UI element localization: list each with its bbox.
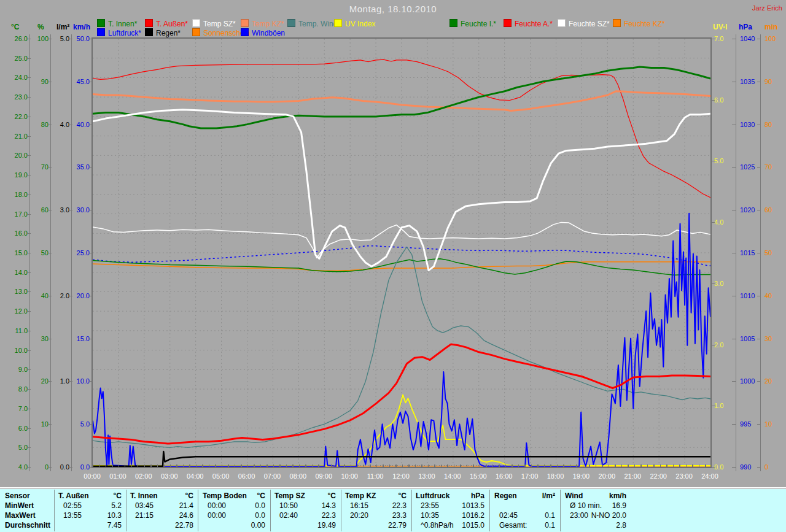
legend-swatch [145, 28, 153, 36]
legend-label: Feuchte SZ* [569, 20, 610, 28]
legend-swatch [504, 19, 512, 27]
legend-label: T. Innen* [108, 20, 137, 28]
legend-label: Feuchte A.* [515, 20, 553, 28]
tick-minutes: 0 [765, 463, 768, 471]
table-cell-value: 10.3 [58, 511, 122, 520]
legend-item-feuchtesz: Feuchte SZ* [558, 19, 610, 26]
table-column-separator [198, 490, 198, 531]
legend-label: T. Außen* [156, 20, 188, 28]
legend-swatch [192, 19, 200, 27]
legend-swatch [241, 19, 249, 27]
x-label-1300: 13:00 [413, 472, 440, 480]
x-label-2000: 20:00 [593, 472, 620, 480]
legend-item-tempsz: Temp SZ* [192, 19, 236, 26]
tick-mark-degC [27, 117, 31, 117]
sensor-summary-table: SensorMinWertMaxWertDurchschnittT. Außen… [0, 489, 786, 532]
legend-item-luftdruck: Luftdruck* [97, 28, 141, 36]
table-cell-value: 0.0 [203, 511, 265, 520]
legend-item-windben: Windböen [241, 28, 285, 36]
tick-degC: 25.0 [0, 55, 28, 62]
x-label-0500: 05:00 [208, 472, 235, 480]
table-row-label: MinWert [5, 501, 34, 510]
tick-mark-degC [27, 233, 31, 234]
table-cell-value: 5.2 [58, 501, 122, 510]
tick-mark-degC [27, 350, 31, 351]
legend-item-tempwind: Temp. Wind* [287, 19, 340, 26]
tick-minutes: 60 [765, 206, 772, 214]
tick-mark-degC [27, 58, 31, 59]
tick-degC: 23.0 [0, 93, 28, 101]
tick-minutes: 20 [765, 377, 772, 385]
tick-mark-kmh [89, 381, 93, 382]
table-col-unit: km/h [565, 492, 626, 500]
weather-app-screen: Montag, 18.10.2010 Jarz Erich SensorMinW… [0, 0, 786, 532]
tick-minutes: 70 [765, 163, 772, 171]
tick-mark-uv [711, 161, 715, 161]
table-col-unit: °C [203, 492, 265, 500]
table-cell-value: 7.45 [58, 521, 122, 530]
tick-mark-pct [48, 167, 52, 168]
tick-mark-uv [711, 345, 715, 345]
table-col-unit: °C [345, 492, 407, 500]
axis-header-min: min [765, 23, 777, 31]
legend-swatch [145, 19, 153, 27]
x-label-0700: 07:00 [259, 472, 286, 480]
tick-minutes: 50 [765, 249, 772, 256]
tick-degC: 19.0 [0, 171, 28, 179]
legend-item-tinnen: T. Innen* [97, 19, 137, 26]
tick-degC: 16.0 [0, 229, 28, 237]
axis-header-lm: l/m² [56, 23, 69, 31]
tick-pct: 50 [12, 249, 49, 256]
axis-header-: % [37, 23, 44, 31]
tick-mark-degC [27, 331, 31, 331]
axis-header-kmh: km/h [73, 23, 90, 31]
axis-spine-pct [50, 34, 51, 471]
tick-mark-kmh [89, 167, 93, 168]
legend-item-regen: Regen* [145, 28, 181, 36]
chart-plot [93, 39, 710, 467]
table-column-separator [54, 490, 55, 531]
legend-label: Regen* [156, 29, 181, 37]
x-label-2300: 23:00 [671, 472, 698, 480]
tick-mark-degC [27, 214, 31, 215]
tick-mark-uv [711, 283, 715, 284]
tick-mark-pct [48, 82, 52, 82]
tick-mark-kmh [89, 339, 93, 339]
axis-header-C: °C [11, 23, 19, 31]
x-label-2200: 22:00 [645, 472, 672, 480]
table-row-label: Sensor [5, 492, 30, 500]
legend-item-feuchtekz: Feuchte KZ* [613, 19, 665, 26]
tick-mark-uv [711, 467, 715, 468]
x-label-1800: 18:00 [542, 472, 569, 480]
table-cell-value: 1013.5 [416, 501, 484, 510]
legend-label: Temp KZ* [252, 20, 284, 28]
tick-mark-degC [27, 155, 31, 156]
table-cell-value: 0.0 [203, 501, 265, 510]
table-col-unit: °C [130, 492, 193, 500]
tick-mark-kmh [89, 210, 93, 210]
tick-pct: 30 [12, 335, 49, 342]
tick-minutes: 40 [765, 292, 772, 299]
x-label-1000: 10:00 [336, 472, 363, 480]
legend-label: UV Index [345, 20, 375, 28]
legend-label: Temp SZ* [203, 20, 236, 28]
tick-minutes: 80 [765, 121, 772, 128]
tick-minutes: 100 [765, 35, 776, 42]
tick-minutes: 30 [765, 335, 772, 342]
legend-item-uvindex: UV Index [334, 19, 375, 26]
tick-hpa: 990 [740, 463, 751, 471]
x-label-0800: 08:00 [284, 472, 311, 480]
tick-uv: 1.0 [714, 402, 723, 409]
x-label-0000: 00:00 [79, 472, 106, 480]
tick-mark-degC [27, 272, 31, 273]
legend-item-feuchtea: Feuchte A.* [504, 19, 553, 26]
tick-uv: 7.0 [714, 35, 723, 42]
table-cell-value: 16.9 [565, 501, 626, 510]
tick-hpa: 1035 [740, 78, 755, 85]
tick-degC: 18.0 [0, 191, 28, 198]
tick-mark-pct [48, 424, 52, 425]
axis-header-hPa: hPa [739, 23, 752, 31]
tick-mark-kmh [89, 424, 93, 425]
table-cell-value: 22.79 [345, 521, 407, 530]
tick-mark-degC [27, 428, 31, 429]
